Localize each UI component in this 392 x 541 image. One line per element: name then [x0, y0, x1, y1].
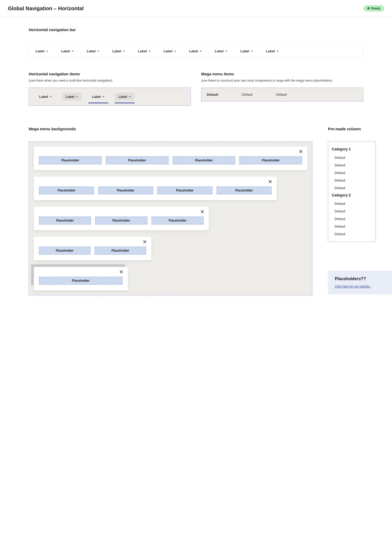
nav-item-selected-hover[interactable]: Label [115, 93, 135, 101]
list-item[interactable]: Default [332, 200, 372, 207]
mega-bg-panel-4: Placeholder Placeholder Placeholder Plac… [34, 177, 277, 200]
placeholder-slot[interactable]: Placeholder [39, 277, 123, 285]
section-heading: Mega menu backgrounds [29, 127, 312, 131]
caret-down-icon [148, 51, 151, 52]
category-title: Category 1 [332, 147, 372, 151]
placeholder-slot[interactable]: Placeholder [152, 217, 204, 224]
close-icon[interactable] [268, 180, 272, 183]
status-badge: Ready [364, 5, 384, 12]
caret-down-icon [50, 96, 52, 97]
caret-down-icon [129, 96, 131, 97]
tutorial-promo: Placeholders?? Click here for our tutori… [328, 271, 392, 294]
list-item[interactable]: Default [332, 230, 372, 238]
caret-down-icon [76, 96, 78, 97]
close-icon[interactable] [299, 150, 303, 153]
promo-title: Placeholders?? [335, 277, 387, 281]
mega-items-variants: Default Default Default [201, 88, 363, 102]
nav-item[interactable]: Label [164, 49, 176, 53]
section-heading: Mega menu items [201, 72, 363, 76]
mega-item[interactable]: Default [242, 93, 252, 97]
caret-down-icon [123, 51, 125, 52]
mega-item-bold[interactable]: Default [207, 93, 218, 97]
section-heading: Horizontal navigation items [29, 72, 191, 76]
section-navbar: Horizontal navigation bar Label Label La… [29, 27, 363, 57]
placeholder-slot[interactable]: Placeholder [106, 156, 169, 164]
caret-down-icon [225, 51, 227, 52]
section-premade-column: Pre-made column Category 1 Default Defau… [328, 127, 392, 242]
list-item[interactable]: Default [332, 169, 372, 177]
caret-down-icon [72, 51, 74, 52]
list-item[interactable]: Default [332, 154, 372, 161]
list-item[interactable]: Default [332, 215, 372, 223]
placeholder-slot[interactable]: Placeholder [39, 156, 102, 164]
section-hnav-items: Horizontal navigation items (use these w… [29, 72, 191, 106]
section-heading: Pre-made column [328, 127, 392, 131]
nav-item[interactable]: Label [240, 49, 253, 53]
mega-bg-variants: Placeholder Placeholder Placeholder Plac… [29, 142, 312, 295]
caret-down-icon [174, 51, 176, 52]
horizontal-navbar: Label Label Label Label Label Label Labe… [29, 45, 363, 57]
tutorial-link[interactable]: Click here for our tutorial... [335, 285, 372, 288]
category-title: Category 2 [332, 193, 372, 197]
close-icon[interactable] [200, 210, 204, 213]
close-icon[interactable] [119, 270, 123, 274]
placeholder-slot[interactable]: Placeholder [95, 217, 147, 224]
hnav-items-variants: Label Label Label Label [29, 88, 191, 106]
list-item[interactable]: Default [332, 207, 372, 215]
mega-bg-panel-3: Placeholder Placeholder Placeholder [34, 207, 209, 230]
nav-item[interactable]: Label [87, 49, 99, 53]
svg-point-0 [367, 7, 370, 10]
mega-bg-panel-1: Placeholder [34, 267, 128, 290]
nav-item[interactable]: Label [112, 49, 125, 53]
check-circle-icon [367, 7, 370, 10]
list-item[interactable]: Default [332, 184, 372, 192]
premade-column-component: Category 1 Default Default Default Defau… [328, 142, 376, 242]
placeholder-slot[interactable]: Placeholder [95, 247, 146, 255]
mega-item[interactable]: Default [276, 93, 287, 97]
nav-item[interactable]: Label [189, 49, 202, 53]
list-item[interactable]: Default [332, 161, 372, 169]
nav-item[interactable]: Label [138, 49, 151, 53]
placeholder-slot[interactable]: Placeholder [157, 187, 212, 194]
placeholder-slot[interactable]: Placeholder [39, 217, 91, 224]
section-heading: Horizontal navigation bar [29, 27, 363, 32]
page-title: Global Navigation – Horizontal [8, 5, 84, 12]
mega-bg-panel-2: Placeholder Placeholder [34, 237, 151, 260]
caret-down-icon [46, 51, 48, 52]
section-subheading: (use these when you need a multi-line ho… [29, 79, 191, 82]
section-subheading: (use these to construct your own local c… [201, 79, 363, 82]
caret-down-icon [251, 51, 253, 52]
nav-item-hover[interactable]: Label [62, 93, 82, 101]
nav-item[interactable]: Label [266, 49, 279, 53]
nav-item-selected[interactable]: Label [88, 93, 108, 101]
nav-item[interactable]: Label [36, 49, 48, 53]
placeholder-slot[interactable]: Placeholder [239, 156, 302, 164]
section-mega-bg: Mega menu backgrounds Placeholder Placeh… [29, 127, 312, 295]
list-item[interactable]: Default [332, 223, 372, 230]
status-text: Ready [371, 7, 381, 10]
caret-down-icon [276, 51, 279, 52]
placeholder-slot[interactable]: Placeholder [39, 187, 94, 194]
nav-item[interactable]: Label [61, 49, 74, 53]
nav-item-default[interactable]: Label [36, 93, 55, 101]
placeholder-slot[interactable]: Placeholder [217, 187, 272, 194]
mega-bg-panel-5: Placeholder Placeholder Placeholder Plac… [34, 146, 307, 170]
placeholder-slot[interactable]: Placeholder [98, 187, 153, 194]
nav-item[interactable]: Label [215, 49, 227, 53]
caret-down-icon [97, 51, 99, 52]
list-item[interactable]: Default [332, 177, 372, 184]
caret-down-icon [200, 51, 202, 52]
caret-down-icon [102, 96, 105, 97]
placeholder-slot[interactable]: Placeholder [173, 156, 235, 164]
section-mega-items: Mega menu items (use these to construct … [201, 72, 363, 106]
close-icon[interactable] [143, 240, 147, 244]
placeholder-slot[interactable]: Placeholder [39, 247, 90, 255]
